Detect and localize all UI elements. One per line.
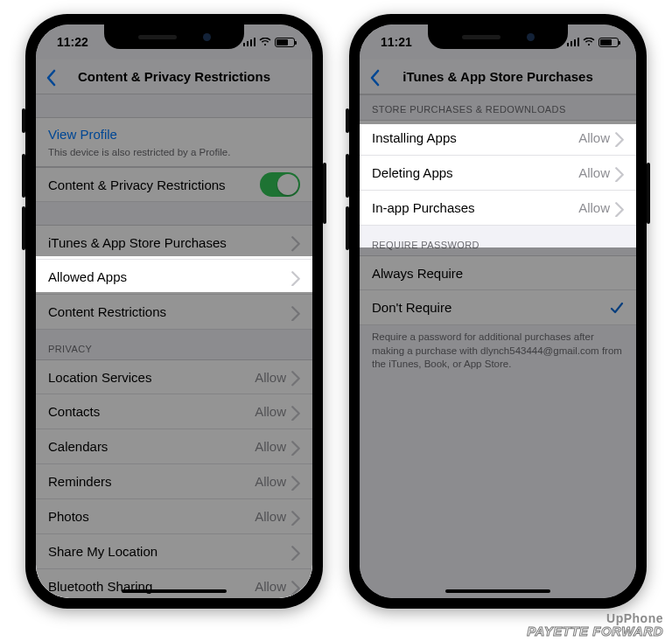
row-dont-require[interactable]: Don't Require bbox=[360, 290, 636, 325]
profile-restricted-note: This device is also restricted by a Prof… bbox=[36, 143, 312, 167]
back-button[interactable] bbox=[368, 69, 384, 85]
row-value: Allow bbox=[578, 200, 610, 215]
chevron-right-icon bbox=[291, 476, 300, 488]
chevron-right-icon bbox=[291, 511, 300, 523]
row-value: Allow bbox=[255, 579, 286, 594]
battery-icon bbox=[275, 38, 295, 47]
row-label: Content Restrictions bbox=[48, 304, 291, 319]
section-header-require-password: REQUIRE PASSWORD bbox=[360, 226, 636, 255]
row-label: iTunes & App Store Purchases bbox=[48, 235, 291, 250]
battery-icon bbox=[598, 38, 619, 47]
row-label: In-app Purchases bbox=[372, 200, 578, 215]
phone-right: 11:21 iTunes & App Store Purchases STORE… bbox=[349, 14, 647, 609]
row-label: Contacts bbox=[48, 404, 255, 419]
chevron-right-icon bbox=[291, 306, 300, 318]
chevron-right-icon bbox=[291, 406, 300, 418]
row-label: Photos bbox=[48, 509, 255, 524]
toggle-switch-on[interactable] bbox=[260, 172, 300, 197]
row-value: Allow bbox=[578, 130, 610, 145]
back-button[interactable] bbox=[45, 69, 60, 85]
chevron-right-icon bbox=[615, 202, 624, 214]
watermark-line2: PAYETTE FORWARD bbox=[527, 624, 663, 638]
notch bbox=[428, 24, 568, 49]
chevron-right-icon bbox=[291, 546, 300, 558]
view-profile-link[interactable]: View Profile bbox=[36, 117, 312, 143]
row-allowed-apps[interactable]: Allowed Apps bbox=[36, 260, 312, 295]
row-label: Reminders bbox=[48, 474, 255, 489]
chevron-right-icon bbox=[291, 271, 300, 283]
row-value: Allow bbox=[255, 474, 286, 489]
status-time: 11:22 bbox=[57, 35, 88, 49]
chevron-right-icon bbox=[291, 371, 300, 383]
section-header-privacy: PRIVACY bbox=[36, 330, 312, 359]
row-label: Share My Location bbox=[48, 544, 286, 559]
row-deleting-apps[interactable]: Deleting Apps Allow bbox=[360, 156, 636, 191]
row-in-app-purchases[interactable]: In-app Purchases Allow bbox=[360, 191, 636, 226]
nav-bar: iTunes & App Store Purchases bbox=[360, 59, 636, 94]
wifi-icon bbox=[259, 38, 271, 47]
footer-note: Require a password for additional purcha… bbox=[360, 325, 636, 380]
row-label: Deleting Apps bbox=[372, 165, 578, 180]
row-share-my-location[interactable]: Share My Location bbox=[36, 534, 312, 569]
chevron-right-icon bbox=[291, 581, 300, 593]
chevron-right-icon bbox=[615, 132, 624, 144]
home-indicator[interactable] bbox=[122, 589, 227, 593]
row-value: Allow bbox=[255, 404, 286, 419]
nav-title: Content & Privacy Restrictions bbox=[48, 69, 300, 84]
chevron-right-icon bbox=[291, 441, 300, 453]
row-photos[interactable]: Photos Allow bbox=[36, 499, 312, 534]
watermark: UpPhone PAYETTE FORWARD bbox=[527, 612, 663, 638]
signal-icon bbox=[243, 38, 256, 46]
signal-icon bbox=[567, 38, 580, 46]
nav-title: iTunes & App Store Purchases bbox=[373, 69, 623, 84]
watermark-line1: UpPhone bbox=[527, 612, 663, 624]
row-bluetooth-sharing[interactable]: Bluetooth Sharing Allow bbox=[36, 569, 312, 598]
row-always-require[interactable]: Always Require bbox=[360, 255, 636, 290]
phone-left: 11:22 Content & Privacy Restrictions Vie… bbox=[25, 14, 323, 609]
row-calendars[interactable]: Calendars Allow bbox=[36, 429, 312, 464]
section-header-store: STORE PURCHASES & REDOWNLOADS bbox=[360, 94, 636, 121]
row-value: Allow bbox=[255, 439, 286, 454]
checkmark-icon bbox=[610, 301, 624, 315]
row-content-privacy-toggle[interactable]: Content & Privacy Restrictions bbox=[36, 167, 312, 202]
row-content-restrictions[interactable]: Content Restrictions bbox=[36, 295, 312, 330]
row-value: Allow bbox=[578, 165, 610, 180]
chevron-right-icon bbox=[615, 167, 624, 179]
row-label: Don't Require bbox=[372, 300, 610, 315]
wifi-icon bbox=[583, 38, 595, 47]
row-itunes-app-store[interactable]: iTunes & App Store Purchases bbox=[36, 225, 312, 260]
row-installing-apps[interactable]: Installing Apps Allow bbox=[360, 121, 636, 156]
chevron-right-icon bbox=[291, 236, 300, 248]
row-label: Allowed Apps bbox=[48, 269, 291, 284]
row-label: Content & Privacy Restrictions bbox=[48, 178, 260, 192]
row-label: Calendars bbox=[48, 439, 255, 454]
row-reminders[interactable]: Reminders Allow bbox=[36, 464, 312, 499]
row-value: Allow bbox=[255, 509, 286, 524]
row-label: Always Require bbox=[372, 266, 624, 281]
status-time: 11:21 bbox=[381, 35, 412, 49]
notch bbox=[104, 24, 244, 49]
row-location-services[interactable]: Location Services Allow bbox=[36, 359, 312, 394]
row-contacts[interactable]: Contacts Allow bbox=[36, 394, 312, 429]
home-indicator[interactable] bbox=[445, 589, 550, 593]
row-label: Installing Apps bbox=[372, 130, 578, 145]
row-value: Allow bbox=[255, 370, 286, 385]
row-label: Location Services bbox=[48, 370, 255, 385]
nav-bar: Content & Privacy Restrictions bbox=[36, 59, 312, 94]
